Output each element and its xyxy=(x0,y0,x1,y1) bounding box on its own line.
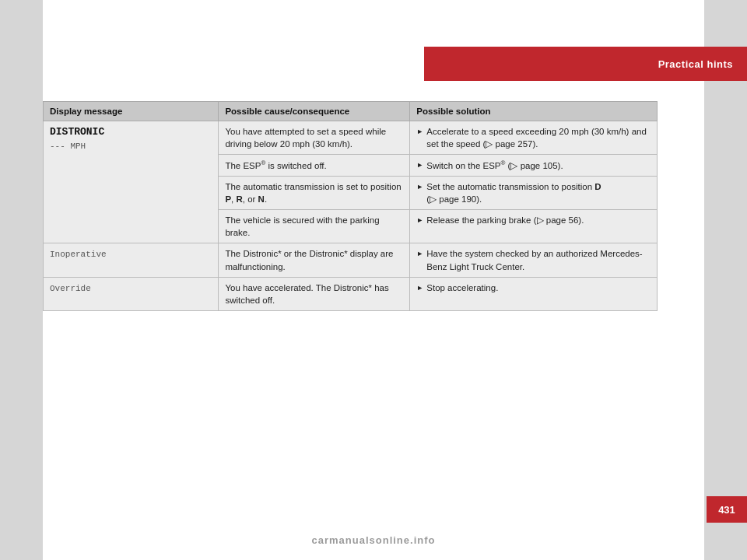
cause-cell-override: You have accelerated. The Distronic* has… xyxy=(219,277,410,310)
watermark-text: carmanualsonline.info xyxy=(312,534,436,546)
display-msg-inoperative: Inoperative xyxy=(50,249,212,261)
table-row: DISTRONIC --- MPH You have attempted to … xyxy=(44,121,658,155)
display-msg-cell-override: Override xyxy=(44,277,219,310)
table-header-row: Display message Possible cause/consequen… xyxy=(44,102,658,121)
display-msg-cell-inoperative: Inoperative xyxy=(44,243,219,277)
header-banner: Practical hints xyxy=(424,47,747,81)
solution-cell-3: ► Set the automatic transmission to posi… xyxy=(410,177,658,210)
bullet-arrow-icon: ► xyxy=(416,127,423,137)
watermark: carmanualsonline.info xyxy=(43,524,704,555)
display-msg-sub-mph: --- MPH xyxy=(50,141,212,152)
solution-cell-override: ► Stop accelerating. xyxy=(410,277,658,310)
display-messages-table: Display message Possible cause/consequen… xyxy=(43,101,658,311)
cause-cell-2: The ESP® is switched off. xyxy=(219,155,410,177)
solution-text-override: Stop accelerating. xyxy=(426,282,498,294)
solution-text-1: Accelerate to a speed exceeding 20 mph (… xyxy=(426,125,651,150)
cause-cell-inoperative: The Distronic* or the Distronic* display… xyxy=(219,243,410,277)
table-row: Inoperative The Distronic* or the Distro… xyxy=(44,243,658,277)
bullet-arrow-icon: ► xyxy=(416,215,423,226)
header-title: Practical hints xyxy=(658,58,733,70)
display-msg-override: Override xyxy=(50,283,212,295)
bullet-arrow-icon: ► xyxy=(416,182,423,192)
bullet-arrow-icon: ► xyxy=(416,249,423,259)
table-container: Display message Possible cause/consequen… xyxy=(43,101,658,311)
solution-text-2: Switch on the ESP® (▷ page 105). xyxy=(426,159,563,172)
table-row: Override You have accelerated. The Distr… xyxy=(44,277,658,310)
solution-cell-1: ► Accelerate to a speed exceeding 20 mph… xyxy=(410,121,658,155)
col-possible-solution: Possible solution xyxy=(410,102,658,121)
solution-text-inoperative: Have the system checked by an authorized… xyxy=(426,247,651,272)
cause-cell-3: The automatic transmission is set to pos… xyxy=(219,177,410,210)
col-cause-consequence: Possible cause/consequence xyxy=(219,102,410,121)
solution-text-4: Release the parking brake (▷ page 56). xyxy=(426,214,584,226)
cause-cell-4: The vehicle is secured with the parking … xyxy=(219,210,410,243)
solution-cell-4: ► Release the parking brake (▷ page 56). xyxy=(410,210,658,243)
page-number: 431 xyxy=(718,504,735,516)
bullet-arrow-icon: ► xyxy=(416,160,423,170)
solution-text-3: Set the automatic transmission to positi… xyxy=(426,180,651,205)
display-msg-main: DISTRONIC xyxy=(50,125,212,139)
display-msg-cell-distronic: DISTRONIC --- MPH xyxy=(44,121,219,243)
col-display-message: Display message xyxy=(44,102,219,121)
page-number-badge: 431 xyxy=(707,496,747,523)
solution-cell-2: ► Switch on the ESP® (▷ page 105). xyxy=(410,155,658,177)
bullet-arrow-icon: ► xyxy=(416,283,423,293)
cause-cell-1: You have attempted to set a speed while … xyxy=(219,121,410,155)
solution-cell-inoperative: ► Have the system checked by an authoriz… xyxy=(410,243,658,277)
